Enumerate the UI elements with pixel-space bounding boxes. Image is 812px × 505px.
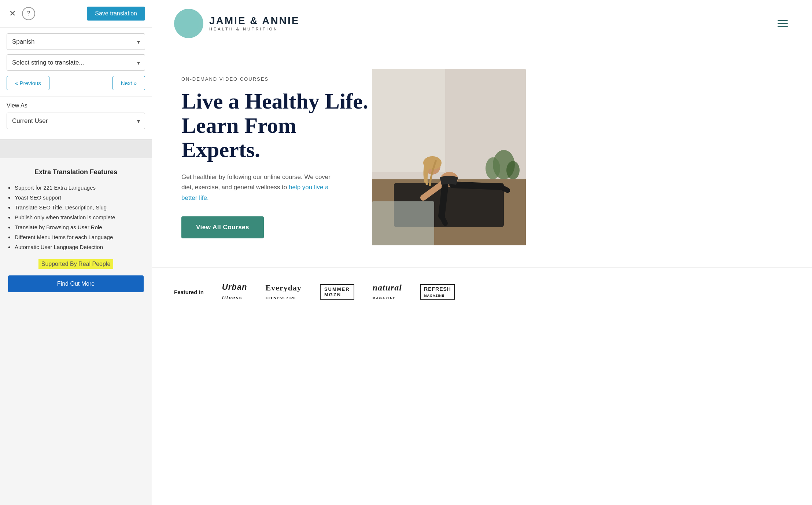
hero-image (372, 69, 526, 245)
hamburger-line-3 (778, 26, 788, 27)
list-item: Yoast SEO support (8, 193, 144, 202)
list-item: Support for 221 Extra Languages (8, 183, 144, 193)
list-item: Automatic User Language Detection (8, 242, 144, 252)
site-header: JAMIE & ANNIE HEALTH & NUTRITION (152, 0, 812, 47)
everyday-fitness-logo: Everyday FITNESS 2020 (265, 283, 301, 301)
user-select-wrapper: Current User Administrator Guest (7, 113, 145, 129)
top-bar: ✕ ? Save translation (0, 0, 152, 28)
natural-magazine-logo: natural MAGAZINE (373, 283, 402, 301)
divider (0, 140, 152, 158)
extra-features-section: Extra Translation Features Support for 2… (0, 158, 152, 300)
translation-panel: ✕ ? Save translation Spanish French Germ… (0, 0, 152, 505)
svg-point-7 (486, 157, 500, 179)
string-select[interactable]: Select string to translate... (7, 54, 145, 71)
list-item: Publish only when translation is complet… (8, 212, 144, 222)
extra-features-list: Support for 221 Extra Languages Yoast SE… (8, 183, 144, 252)
summer-magazine-logo: SUMMERMGZN (320, 284, 354, 300)
next-button[interactable]: Next » (112, 76, 145, 90)
controls-area: Spanish French German Italian Portuguese… (0, 28, 152, 96)
close-icon: ✕ (9, 9, 16, 18)
supported-wrapper: Supported By Real People (8, 252, 144, 274)
list-item: Different Menu Items for each Language (8, 232, 144, 242)
logo-text: JAMIE & ANNIE HEALTH & NUTRITION (209, 16, 299, 32)
logo-circle-icon (178, 12, 200, 34)
hero-description: Get healthier by following our online co… (181, 172, 343, 203)
hero-label: ON-DEMAND VIDEO COURSES (181, 76, 372, 82)
hero-link[interactable]: help you live a better life. (181, 184, 329, 201)
hero-image-svg (372, 69, 526, 245)
featured-logos: Urbanfitness Everyday FITNESS 2020 SUMME… (222, 282, 455, 301)
logo-circle (174, 9, 203, 38)
extra-features-title: Extra Translation Features (8, 168, 144, 176)
view-as-section: View As Current User Administrator Guest (0, 96, 152, 140)
string-select-wrapper: Select string to translate... (7, 54, 145, 71)
svg-point-8 (506, 161, 520, 179)
supported-text: Supported By Real People (38, 259, 114, 269)
help-icon: ? (27, 10, 30, 17)
help-button[interactable]: ? (22, 7, 35, 20)
language-select-wrapper: Spanish French German Italian Portuguese (7, 33, 145, 50)
nav-buttons: « Previous Next » (7, 76, 145, 90)
list-item: Translate by Browsing as User Role (8, 222, 144, 232)
svg-rect-12 (372, 201, 434, 245)
close-button[interactable]: ✕ (7, 8, 18, 19)
user-select[interactable]: Current User Administrator Guest (7, 113, 145, 129)
previous-button[interactable]: « Previous (7, 76, 49, 90)
view-all-courses-button[interactable]: View All Courses (181, 216, 264, 238)
hero-title: Live a Healthy Life. Learn From Experts. (181, 89, 372, 162)
hamburger-line-2 (778, 23, 788, 24)
logo-area: JAMIE & ANNIE HEALTH & NUTRITION (174, 9, 299, 38)
hamburger-button[interactable] (775, 18, 790, 29)
hamburger-line-1 (778, 20, 788, 21)
urban-fitness-logo: Urbanfitness (222, 282, 247, 301)
svg-point-0 (178, 13, 199, 34)
featured-section: Featured In Urbanfitness Everyday FITNES… (152, 267, 812, 316)
brand-name: JAMIE & ANNIE (209, 16, 299, 26)
list-item: Translate SEO Title, Description, Slug (8, 202, 144, 212)
find-out-more-button[interactable]: Find Out More (8, 275, 144, 292)
hero-text: ON-DEMAND VIDEO COURSES Live a Healthy L… (181, 76, 372, 238)
save-translation-button[interactable]: Save translation (87, 7, 145, 21)
view-as-label: View As (7, 102, 145, 109)
hero-section: ON-DEMAND VIDEO COURSES Live a Healthy L… (152, 47, 812, 267)
refresh-magazine-logo: REFRESHMAGAZINE (420, 284, 455, 300)
language-select[interactable]: Spanish French German Italian Portuguese (7, 33, 145, 50)
main-content: JAMIE & ANNIE HEALTH & NUTRITION ON-DEMA… (152, 0, 812, 505)
brand-tagline: HEALTH & NUTRITION (209, 27, 278, 31)
featured-label: Featured In (174, 289, 204, 295)
